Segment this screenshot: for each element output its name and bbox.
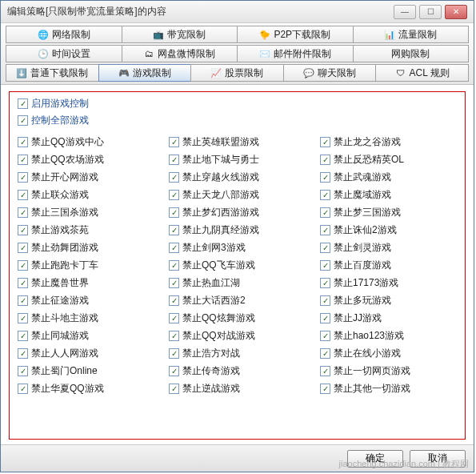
tab-带宽限制[interactable]: 📺带宽限制 [122, 26, 238, 43]
game-checkbox[interactable]: ✓禁止剑灵游戏 [320, 241, 457, 255]
tab-游戏限制[interactable]: 🎮游戏限制 [98, 64, 192, 82]
ok-button[interactable]: 确定 [347, 450, 403, 468]
game-checkbox[interactable]: ✓禁止JJ游戏 [320, 311, 457, 325]
tab-icon: 🎮 [118, 67, 130, 78]
game-checkbox[interactable]: ✓禁止劲舞团游戏 [18, 241, 154, 255]
game-checkbox[interactable]: ✓禁止蜀门Online [18, 364, 154, 378]
game-checkbox[interactable]: ✓禁止华夏QQ游戏 [18, 382, 154, 396]
game-checkbox[interactable]: ✓禁止游戏茶苑 [18, 223, 154, 237]
game-checkbox[interactable]: ✓禁止反恐精英OL [320, 153, 457, 167]
close-button[interactable]: ✕ [445, 5, 467, 19]
game-checkbox[interactable]: ✓禁止魔域游戏 [320, 188, 457, 202]
checkbox-icon: ✓ [169, 243, 179, 253]
checkbox-label: 禁止QQ农场游戏 [31, 153, 104, 167]
control-all-games-checkbox[interactable]: ✓ 控制全部游戏 [18, 114, 457, 127]
tab-时间设置[interactable]: 🕒时间设置 [6, 45, 122, 62]
game-checkbox[interactable]: ✓禁止百度游戏 [320, 259, 457, 272]
tab-label: 邮件附件限制 [274, 47, 331, 61]
game-checkbox[interactable]: ✓禁止逆战游戏 [169, 382, 306, 396]
game-checkbox[interactable]: ✓禁止穿越火线游戏 [169, 171, 306, 184]
checkbox-label: 禁止魔域游戏 [334, 188, 391, 202]
checkbox-icon: ✓ [18, 260, 28, 271]
checkbox-icon: ✓ [320, 190, 330, 200]
checkbox-label: 禁止浩方对战 [182, 347, 240, 360]
checkbox-icon: ✓ [18, 115, 28, 126]
game-checkbox[interactable]: ✓禁止梦幻西游游戏 [169, 206, 306, 219]
app-window: 编辑策略[只限制带宽流量策略]的内容 — ☐ ✕ 🌐网络限制📺带宽限制🐤P2P下… [0, 0, 474, 472]
checkbox-icon: ✓ [169, 348, 179, 359]
checkbox-column: ✓禁止QQ游戏中心✓禁止QQ农场游戏✓禁止开心网游戏✓禁止联众游戏✓禁止三国杀游… [18, 135, 154, 396]
checkbox-label: 禁止武魂游戏 [334, 171, 391, 184]
game-checkbox[interactable]: ✓禁止斗地主游戏 [18, 311, 154, 325]
checkbox-icon: ✓ [18, 295, 28, 306]
game-checkbox[interactable]: ✓禁止魔兽世界 [18, 276, 154, 290]
game-checkbox[interactable]: ✓禁止九阴真经游戏 [169, 223, 306, 237]
checkbox-icon: ✓ [320, 366, 330, 376]
checkbox-label: 禁止JJ游戏 [334, 311, 382, 325]
tab-股票限制[interactable]: 📈股票限制 [190, 64, 284, 82]
game-checkbox[interactable]: ✓禁止在线小游戏 [320, 347, 457, 360]
tab-网络限制[interactable]: 🌐网络限制 [6, 26, 122, 43]
tab-网购限制[interactable]: 网购限制 [353, 45, 470, 62]
tab-label: 流量限制 [398, 28, 437, 42]
tab-普通下载限制[interactable]: ⬇️普通下载限制 [6, 64, 99, 82]
window-controls: — ☐ ✕ [394, 5, 467, 19]
tab-聊天限制[interactable]: 💬聊天限制 [283, 64, 377, 82]
tab-icon: 🕒 [38, 48, 49, 59]
checkbox-icon: ✓ [169, 331, 179, 341]
game-checkbox[interactable]: ✓禁止多玩游戏 [320, 294, 457, 307]
game-checkbox[interactable]: ✓禁止征途游戏 [18, 294, 154, 307]
game-control-group: ✓ 启用游戏控制 ✓ 控制全部游戏 ✓禁止QQ游戏中心✓禁止QQ农场游戏✓禁止开… [9, 91, 466, 440]
game-checkbox[interactable]: ✓禁止三国杀游戏 [18, 206, 154, 219]
game-checkbox[interactable]: ✓禁止hao123游戏 [320, 329, 457, 343]
game-checkbox[interactable]: ✓禁止热血江湖 [169, 276, 306, 290]
tab-icon: 🐤 [259, 29, 270, 40]
game-checkbox[interactable]: ✓禁止龙之谷游戏 [320, 135, 457, 149]
game-checkbox[interactable]: ✓禁止联众游戏 [18, 188, 154, 202]
game-checkbox[interactable]: ✓禁止QQ游戏中心 [18, 135, 154, 149]
game-checkbox[interactable]: ✓禁止武魂游戏 [320, 171, 457, 184]
tab-icon: 📺 [153, 29, 164, 40]
checkbox-icon: ✓ [320, 243, 330, 253]
tab-网盘微博限制[interactable]: 🗂网盘微博限制 [122, 45, 238, 62]
game-checkbox[interactable]: ✓禁止QQ对战游戏 [169, 329, 306, 343]
checkbox-icon: ✓ [18, 137, 28, 147]
checkbox-icon: ✓ [320, 384, 330, 394]
game-checkbox[interactable]: ✓禁止地下城与勇士 [169, 153, 306, 167]
game-checkbox[interactable]: ✓禁止传奇游戏 [169, 364, 306, 378]
game-checkbox[interactable]: ✓禁止诛仙2游戏 [320, 223, 457, 237]
tab-流量限制[interactable]: 📊流量限制 [353, 26, 470, 43]
game-checkbox[interactable]: ✓禁止大话西游2 [169, 294, 306, 307]
game-checkbox[interactable]: ✓禁止天龙八部游戏 [169, 188, 306, 202]
checkbox-label: 禁止天龙八部游戏 [182, 188, 259, 202]
tab-ACL 规则[interactable]: 🛡ACL 规则 [375, 64, 469, 82]
game-checkbox[interactable]: ✓禁止一切网页游戏 [320, 364, 457, 378]
minimize-button[interactable]: — [394, 5, 416, 19]
checkbox-icon: ✓ [169, 172, 179, 183]
game-checkbox[interactable]: ✓禁止17173游戏 [320, 276, 457, 290]
tab-label: ACL 规则 [410, 66, 450, 80]
game-checkbox[interactable]: ✓禁止人人网游戏 [18, 347, 154, 360]
game-checkbox[interactable]: ✓禁止英雄联盟游戏 [169, 135, 306, 149]
enable-game-control-checkbox[interactable]: ✓ 启用游戏控制 [18, 97, 457, 110]
checkbox-icon: ✓ [320, 331, 330, 341]
game-checkbox[interactable]: ✓禁止开心网游戏 [18, 171, 154, 184]
checkbox-icon: ✓ [169, 155, 179, 165]
game-checkbox[interactable]: ✓禁止其他一切游戏 [320, 382, 457, 396]
game-checkbox[interactable]: ✓禁止QQ炫舞游戏 [169, 311, 306, 325]
game-checkbox[interactable]: ✓禁止梦三国游戏 [320, 206, 457, 219]
game-checkbox[interactable]: ✓禁止QQ农场游戏 [18, 153, 154, 167]
checkbox-icon: ✓ [320, 260, 330, 271]
checkbox-icon: ✓ [18, 313, 28, 323]
game-checkbox[interactable]: ✓禁止QQ飞车游戏 [169, 259, 306, 272]
checkbox-label: 禁止英雄联盟游戏 [182, 135, 259, 149]
maximize-button[interactable]: ☐ [419, 5, 442, 19]
game-checkbox[interactable]: ✓禁止跑跑卡丁车 [18, 259, 154, 272]
cancel-button[interactable]: 取消 [410, 450, 466, 468]
game-checkbox[interactable]: ✓禁止浩方对战 [169, 347, 306, 360]
tab-P2P下载限制[interactable]: 🐤P2P下载限制 [237, 26, 354, 43]
tab-邮件附件限制[interactable]: ✉️邮件附件限制 [237, 45, 354, 62]
checkbox-icon: ✓ [169, 278, 179, 288]
game-checkbox[interactable]: ✓禁止同城游戏 [18, 329, 154, 343]
game-checkbox[interactable]: ✓禁止剑网3游戏 [169, 241, 306, 255]
